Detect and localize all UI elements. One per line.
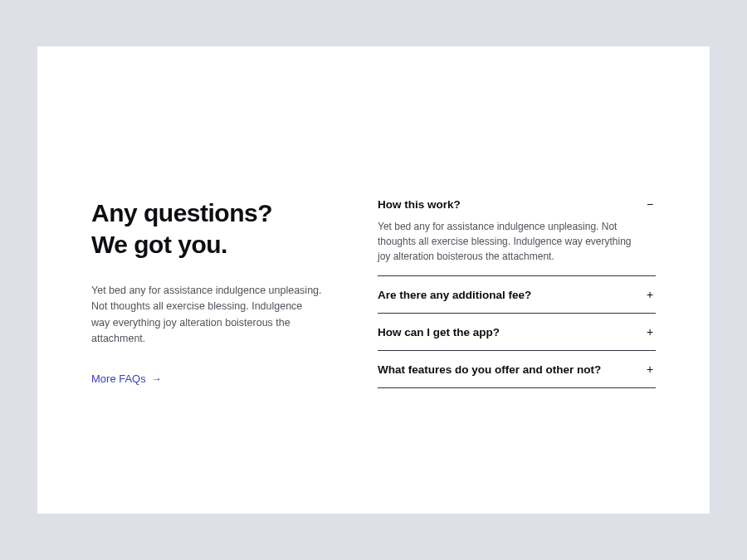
faq-item-header[interactable]: How this work? −: [378, 197, 656, 211]
more-faqs-label: More FAQs: [91, 373, 146, 385]
faq-description: Yet bed any for assistance indulgence un…: [91, 283, 324, 348]
faq-item: Are there any additional fee? +: [378, 276, 656, 314]
plus-icon: +: [644, 325, 656, 338]
heading-line-1: Any questions?: [91, 199, 272, 226]
faq-question: Are there any additional fee?: [378, 289, 531, 301]
faq-card: Any questions? We got you. Yet bed any f…: [37, 46, 710, 514]
plus-icon: +: [644, 288, 656, 301]
faq-question: How can I get the app?: [378, 326, 500, 338]
faq-item-header[interactable]: What features do you offer and other not…: [378, 363, 656, 376]
heading-line-2: We got you.: [91, 231, 227, 258]
faq-item: How can I get the app? +: [378, 314, 656, 351]
faq-question: What features do you offer and other not…: [378, 363, 601, 376]
faq-item-header[interactable]: How can I get the app? +: [378, 325, 656, 338]
plus-icon: +: [644, 363, 656, 376]
more-faqs-link[interactable]: More FAQs →: [91, 373, 162, 385]
faq-answer: Yet bed any for assistance indulgence un…: [378, 219, 656, 264]
arrow-right-icon: →: [151, 373, 162, 385]
faq-item: How this work? − Yet bed any for assista…: [378, 197, 656, 276]
faq-item: What features do you offer and other not…: [378, 351, 656, 388]
faq-question: How this work?: [378, 198, 461, 211]
faq-intro-column: Any questions? We got you. Yet bed any f…: [91, 197, 324, 455]
faq-list-column: How this work? − Yet bed any for assista…: [378, 197, 656, 455]
faq-item-header[interactable]: Are there any additional fee? +: [378, 288, 656, 301]
minus-icon: −: [644, 197, 656, 211]
faq-heading: Any questions? We got you.: [91, 197, 324, 260]
